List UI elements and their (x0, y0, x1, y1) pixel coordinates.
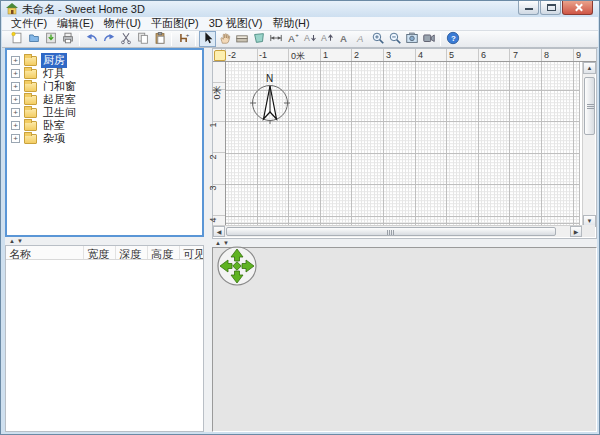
expand-icon[interactable]: + (11, 69, 20, 78)
minimize-button[interactable] (518, 1, 539, 15)
decrease-text-size-icon: A (303, 31, 317, 47)
create-dimensions-button[interactable] (267, 31, 284, 47)
italic-button[interactable]: A (352, 31, 369, 47)
furniture-table-header: 名称 宽度 深度 高度 可见 (6, 246, 203, 260)
column-header-visible[interactable]: 可见 (180, 246, 203, 259)
toolbar-separator (171, 33, 172, 46)
splitter-arrows-icon[interactable]: ▲▼ (9, 238, 25, 244)
select-arrow-button[interactable] (199, 31, 216, 47)
tree-item-bathroom[interactable]: + 卫生间 (7, 106, 202, 119)
ruler-label: -1 (259, 50, 267, 60)
tree-item-doors-windows[interactable]: + 门和窗 (7, 80, 202, 93)
plan-horizontal-scrollbar[interactable]: ◀ ▶ (213, 225, 582, 237)
tree-item-lights[interactable]: + 灯具 (7, 67, 202, 80)
create-walls-button[interactable] (233, 31, 250, 47)
scrollbar-thumb[interactable] (584, 77, 595, 135)
folder-icon (24, 82, 37, 92)
add-furniture-button[interactable]: + (175, 31, 192, 47)
create-dimensions-icon (269, 31, 283, 47)
select-arrow-icon (201, 31, 215, 47)
menu-help[interactable]: 帮助(H) (267, 17, 314, 30)
ruler-label: 1 (323, 50, 328, 60)
close-button[interactable] (562, 1, 593, 15)
maximize-icon (547, 4, 556, 11)
decrease-text-size-button[interactable]: A (301, 31, 318, 47)
create-rooms-button[interactable] (250, 31, 267, 47)
scrollbar-thumb[interactable] (226, 227, 556, 236)
ruler-label: 4 (208, 217, 218, 222)
toolbar-separator (79, 33, 80, 46)
paste-button[interactable] (151, 31, 168, 47)
bold-icon: A (337, 31, 351, 47)
expand-icon[interactable]: + (11, 95, 20, 104)
zoom-in-button[interactable] (369, 31, 386, 47)
create-video-button[interactable] (420, 31, 437, 47)
copy-button[interactable] (134, 31, 151, 47)
maximize-button[interactable] (540, 1, 561, 15)
ruler-corner-icon (214, 50, 226, 61)
compass[interactable]: N (249, 70, 291, 126)
create-walls-icon (235, 31, 249, 47)
catalog-table-splitter[interactable]: ▲▼ (5, 237, 204, 245)
app-icon (6, 3, 18, 15)
plan-3d-splitter[interactable]: ▲▼ (212, 239, 597, 247)
ruler-label: 0米 (291, 50, 305, 63)
folder-icon (24, 56, 37, 66)
left-right-splitter[interactable] (204, 48, 212, 432)
menu-furniture[interactable]: 物件(U) (99, 17, 146, 30)
close-icon (575, 4, 582, 11)
menu-plan[interactable]: 平面图(P) (146, 17, 204, 30)
plan-vertical-scrollbar[interactable]: ▲ ▼ (582, 62, 595, 227)
column-header-width[interactable]: 宽度 (84, 246, 116, 259)
expand-icon[interactable]: + (11, 134, 20, 143)
column-header-name[interactable]: 名称 (6, 246, 84, 259)
new-document-button[interactable] (8, 31, 25, 47)
menu-edit[interactable]: 编辑(E) (52, 17, 99, 30)
tree-item-living-room[interactable]: + 起居室 (7, 93, 202, 106)
scrollbar-corner (582, 225, 595, 237)
scroll-left-button[interactable]: ◀ (213, 226, 225, 237)
expand-icon[interactable]: + (11, 108, 20, 117)
svg-text:A: A (356, 33, 363, 44)
toolbar: +A+AAAA? (2, 31, 598, 48)
cut-scissors-icon (119, 31, 133, 47)
furniture-list-panel[interactable]: 名称 宽度 深度 高度 可见 (5, 245, 204, 432)
pan-hand-button[interactable] (216, 31, 233, 47)
tree-item-miscellaneous[interactable]: + 杂项 (7, 132, 202, 145)
ruler-label: 4 (418, 50, 423, 60)
create-photo-button[interactable] (403, 31, 420, 47)
furniture-catalog-tree[interactable]: + 厨房 + 灯具 + 门和窗 + 起居室 + 卫生间 + 卧室 (5, 48, 204, 237)
add-furniture-icon: + (177, 31, 191, 47)
undo-button[interactable] (83, 31, 100, 47)
expand-icon[interactable]: + (11, 121, 20, 130)
column-header-height[interactable]: 高度 (148, 246, 180, 259)
zoom-out-button[interactable] (386, 31, 403, 47)
plan-view[interactable]: N -2 -1 0米 1 2 3 4 5 6 7 8 9 0米 (212, 48, 597, 239)
column-header-depth[interactable]: 深度 (116, 246, 148, 259)
open-folder-button[interactable] (25, 31, 42, 47)
plan-grid[interactable]: N (226, 62, 580, 227)
title-bar[interactable]: 未命名 - Sweet Home 3D (1, 1, 599, 17)
3d-navigation-control[interactable] (215, 244, 259, 288)
save-button[interactable] (42, 31, 59, 47)
print-button[interactable] (59, 31, 76, 47)
expand-icon[interactable]: + (11, 82, 20, 91)
menu-3d-view[interactable]: 3D 视图(V) (204, 17, 268, 30)
help-button[interactable]: ? (444, 31, 461, 47)
ruler-label: 9 (576, 50, 581, 60)
scroll-up-button[interactable]: ▲ (583, 62, 596, 74)
bold-button[interactable]: A (335, 31, 352, 47)
create-video-icon (422, 31, 436, 47)
add-text-button[interactable]: A+ (284, 31, 301, 47)
tree-item-kitchen[interactable]: + 厨房 (7, 54, 202, 67)
3d-view[interactable] (212, 247, 597, 432)
cut-scissors-button[interactable] (117, 31, 134, 47)
create-rooms-icon (252, 31, 266, 47)
expand-icon[interactable]: + (11, 56, 20, 65)
redo-button[interactable] (100, 31, 117, 47)
tree-item-bedroom[interactable]: + 卧室 (7, 119, 202, 132)
scroll-right-button[interactable]: ▶ (570, 226, 582, 237)
increase-text-size-button[interactable]: A (318, 31, 335, 47)
ruler-label: 0米 (211, 85, 224, 99)
menu-file[interactable]: 文件(F) (6, 17, 52, 30)
